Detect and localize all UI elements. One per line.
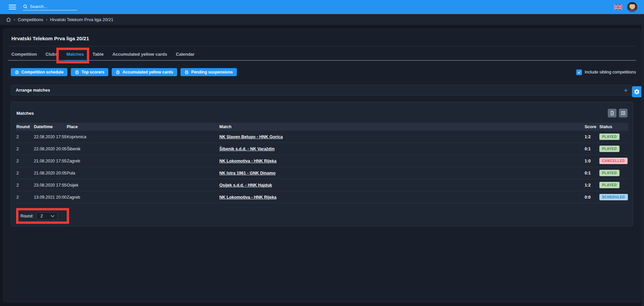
status-badge: CANCELLED	[599, 158, 628, 164]
home-icon[interactable]	[6, 17, 11, 22]
cell-datetime: 22.08.2020 17:55	[34, 135, 67, 139]
settings-gear-button[interactable]	[632, 86, 641, 97]
search-input[interactable]	[30, 4, 77, 9]
round-selector-row: Round: 2	[20, 212, 58, 220]
breadcrumb-current: Hrvatski Telekom Prva liga 20/21	[50, 17, 113, 22]
match-row: 2 21.08.2020 17:55 Zagreb NK Lokomotiva …	[16, 155, 628, 167]
language-flag-icon[interactable]	[613, 4, 623, 10]
arrange-matches-title: Arrange matches	[16, 88, 50, 93]
col-place: Place	[67, 124, 219, 129]
table-header-row: Round Date/time Place Match Score Status	[16, 123, 628, 131]
status-badge: SCHEDULED	[599, 194, 628, 200]
user-avatar[interactable]	[627, 2, 637, 12]
match-row: 2 22.08.2020 17:55 Koprivnica NK Slaven …	[16, 131, 628, 143]
status-badge: PLAYED	[599, 182, 620, 188]
cell-datetime: 23.08.2020 17:55	[34, 183, 67, 188]
cell-score: 0:1	[585, 171, 599, 175]
checkmark-icon	[577, 70, 581, 74]
column-settings-button[interactable]	[619, 109, 628, 117]
tab-matches-label: Matches	[66, 52, 84, 57]
cell-score: 1:2	[585, 135, 599, 139]
include-sibling-checkbox[interactable]	[576, 69, 582, 75]
excel-export-button[interactable]	[608, 109, 616, 117]
matches-panel: Matches Round Date/t	[11, 102, 633, 226]
col-status: Status	[599, 124, 628, 129]
chevron-down-icon	[51, 215, 55, 217]
cell-score: 0:0	[585, 195, 599, 200]
tab-competition[interactable]: Competition	[11, 52, 37, 60]
tab-calendar[interactable]: Calendar	[176, 52, 195, 60]
sibling-competitions-toggle: Include sibling competitions	[576, 69, 636, 75]
printer-icon	[15, 70, 19, 74]
cell-place: Koprivnica	[67, 135, 219, 139]
tab-accumulated-yellow-cards[interactable]: Accumulated yellow cards	[112, 52, 167, 60]
cell-datetime: 21.08.2020 20:05	[34, 171, 67, 175]
scrollbar-track[interactable]	[641, 25, 644, 306]
button-label: Pending suspensions	[191, 70, 233, 74]
search-icon	[23, 4, 28, 9]
cell-round: 2	[16, 159, 34, 163]
match-link[interactable]: Osijek s.d.d. - HNK Hajduk	[219, 183, 272, 188]
matches-table: Round Date/time Place Match Score Status…	[16, 123, 628, 203]
cell-round: 2	[16, 171, 34, 175]
tab-bar: Competition Clubs Matches Table Accumula…	[8, 46, 636, 61]
table-columns-icon	[621, 111, 626, 115]
tab-matches[interactable]: Matches	[66, 52, 84, 60]
accumulated-yellow-cards-button[interactable]: Accumulated yellow cards	[112, 68, 177, 76]
button-label: Accumulated yellow cards	[122, 70, 173, 74]
cell-round: 2	[16, 135, 34, 139]
top-bar	[0, 0, 644, 14]
cell-datetime: 21.08.2020 17:55	[34, 159, 67, 163]
col-datetime: Date/time	[34, 124, 67, 129]
pending-suspensions-button[interactable]: Pending suspensions	[180, 68, 237, 76]
gear-icon	[634, 89, 640, 95]
page-title: Hrvatski Telekom Prva liga 20/21	[11, 36, 636, 41]
cell-round: 2	[16, 195, 34, 200]
cell-score: 0:1	[585, 147, 599, 151]
cell-datetime: 13.09.2021 20:00	[34, 195, 67, 200]
status-badge: PLAYED	[599, 170, 620, 176]
match-row: 2 23.08.2020 17:55 Osijek Osijek s.d.d. …	[16, 179, 628, 191]
arrange-matches-panel[interactable]: Arrange matches +	[11, 85, 633, 96]
breadcrumb: › Competitions › Hrvatski Telekom Prva l…	[0, 14, 644, 25]
file-excel-icon	[610, 111, 614, 115]
printer-icon	[75, 70, 79, 74]
cell-place: Osijek	[67, 183, 219, 188]
button-label: Competition schedule	[21, 70, 63, 74]
col-round: Round	[16, 124, 34, 129]
expand-plus-icon[interactable]: +	[624, 87, 628, 94]
search-field[interactable]	[23, 4, 77, 10]
cell-datetime: 22.08.2020 20:05	[34, 147, 67, 151]
cell-round: 2	[16, 147, 34, 151]
cell-place: Zagreb	[67, 159, 219, 163]
match-row: 2 21.08.2020 20:05 Pula NK Istra 1961 - …	[16, 167, 628, 179]
matches-panel-title: Matches	[16, 111, 34, 116]
round-select-value: 2	[41, 214, 43, 218]
cell-place: Šibenik	[67, 147, 219, 151]
match-link[interactable]: Šibenik s.d.d. - NK Varaždin	[219, 147, 275, 151]
match-link[interactable]: NK Istra 1961 - GNK Dinamo	[219, 171, 275, 175]
col-score: Score	[585, 124, 599, 129]
round-select[interactable]: 2	[36, 212, 58, 220]
content-card: Hrvatski Telekom Prva liga 20/21 Competi…	[3, 28, 641, 303]
button-label: Top scorers	[82, 70, 104, 74]
col-match: Match	[219, 124, 585, 129]
status-badge: PLAYED	[599, 134, 620, 140]
competition-schedule-button[interactable]: Competition schedule	[11, 68, 67, 76]
cell-place: Pula	[67, 171, 219, 175]
match-link[interactable]: NK Slaven Belupo - HNK Gorica	[219, 135, 283, 139]
tab-table[interactable]: Table	[93, 52, 104, 60]
match-link[interactable]: NK Lokomotiva - HNK Rijeka	[219, 195, 276, 200]
status-badge: PLAYED	[599, 146, 620, 152]
tab-clubs[interactable]: Clubs	[46, 52, 58, 60]
breadcrumb-competitions[interactable]: Competitions	[18, 17, 43, 22]
breadcrumb-separator: ›	[14, 17, 15, 22]
cell-round: 2	[16, 183, 34, 188]
cell-score: 1:0	[585, 159, 599, 163]
cell-place: Zagreb	[67, 195, 219, 200]
top-scorers-button[interactable]: Top scorers	[71, 68, 108, 76]
match-link[interactable]: NK Lokomotiva - HNK Rijeka	[219, 159, 276, 163]
hamburger-menu-icon[interactable]	[9, 3, 16, 11]
include-sibling-label: Include sibling competitions	[585, 70, 636, 74]
printer-icon	[116, 70, 120, 74]
